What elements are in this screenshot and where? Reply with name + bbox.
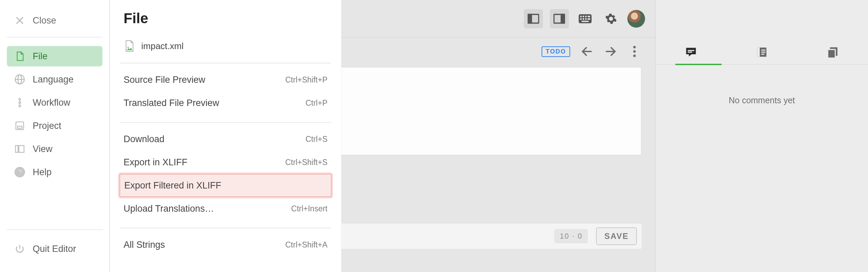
menu-current-file[interactable]: impact.xml [124,37,327,55]
sidebar-divider-bottom [7,229,103,230]
workflow-icon [13,96,27,109]
file-menu-panel: File impact.xml Source File Preview Ctrl… [110,0,341,272]
menu-item-shortcut: Ctrl+P [305,99,327,108]
menu-item-label: Export in XLIFF [124,157,188,168]
menu-item-export-filtered-xliff[interactable]: Export Filtered in XLIFF [119,174,332,197]
menu-title: File [124,10,327,27]
svg-rect-13 [19,146,24,152]
file-icon [13,49,27,63]
svg-rect-43 [761,54,765,55]
keyboard-button[interactable] [576,9,595,28]
sidebar-item-file[interactable]: File [7,46,102,66]
sidebar-quit-label: Quit Editor [33,244,76,254]
menu-item-label: Upload Translations… [124,203,214,214]
sidebar-divider [7,37,102,37]
menu-item-label: Translated File Preview [124,98,219,108]
menu-item-upload-translations[interactable]: Upload Translations… Ctrl+Insert [119,197,332,220]
svg-rect-41 [761,49,766,50]
sidebar-item-label: Language [33,74,74,85]
menu-item-label: Export Filtered in XLIFF [124,180,221,191]
prev-segment-button[interactable] [580,44,594,59]
svg-rect-29 [585,18,586,19]
close-icon [13,14,27,27]
layout-left-panel-button[interactable] [524,9,543,28]
status-badge-todo: TODO [542,46,570,57]
svg-point-36 [633,55,636,57]
settings-button[interactable] [601,9,621,28]
svg-point-7 [19,105,21,107]
menu-divider [120,122,331,123]
menu-item-source-preview[interactable]: Source File Preview Ctrl+Shift+P [119,68,332,91]
tab-comments[interactable] [656,40,726,64]
menu-item-label: All Strings [124,240,165,250]
tab-underline [675,64,722,65]
menu-item-shortcut: Ctrl+Shift+S [285,158,327,167]
menu-item-shortcut: Ctrl+Shift+P [285,75,327,85]
svg-rect-25 [585,16,586,17]
svg-rect-26 [588,16,590,17]
char-counter: 10 · 0 [554,229,588,243]
sidebar-item-view[interactable]: View [7,139,102,159]
menu-divider [120,228,331,228]
sidebar-item-project[interactable]: Project [7,116,102,136]
menu-item-shortcut: Ctrl+Shift+A [285,240,327,250]
menu-item-label: Source File Preview [124,75,205,85]
svg-point-34 [633,46,636,48]
segment-target-box[interactable] [341,67,642,155]
svg-rect-37 [688,50,694,51]
sidebar-close[interactable]: Close [7,10,102,31]
menu-item-all-strings[interactable]: All Strings Ctrl+Shift+A [119,233,332,256]
svg-rect-42 [761,51,766,52]
sidebar: Close File Language Workflow Projec [0,0,110,272]
view-icon [13,142,27,156]
layout-right-panel-button[interactable] [550,9,569,28]
menu-item-translated-preview[interactable]: Translated File Preview Ctrl+P [119,91,332,115]
sidebar-item-quit[interactable]: Quit Editor [7,239,103,259]
svg-point-35 [633,50,636,52]
globe-icon [13,73,27,86]
segment-toolbar: TODO [341,44,655,59]
svg-rect-31 [582,20,589,22]
svg-rect-45 [828,49,835,58]
svg-rect-38 [688,51,692,52]
svg-rect-12 [16,146,18,152]
next-segment-button[interactable] [604,44,618,59]
file-image-icon [124,40,135,52]
topbar [341,0,655,37]
sidebar-item-language[interactable]: Language [7,69,102,90]
menu-item-shortcut: Ctrl+S [305,135,327,144]
svg-rect-23 [580,16,581,17]
tab-tm[interactable] [797,40,868,64]
svg-rect-11 [18,126,22,128]
segment-footer: 10 · 0 SAVE [341,224,642,249]
editor-column: TODO 10 · 0 SAVE [341,0,655,272]
user-avatar[interactable] [627,10,645,28]
sidebar-item-label: View [33,144,52,154]
menu-item-download[interactable]: Download Ctrl+S [119,127,332,151]
svg-point-5 [19,99,21,100]
svg-rect-19 [528,14,531,23]
svg-rect-30 [588,18,590,19]
sidebar-item-label: Project [33,121,61,131]
main-area: TODO 10 · 0 SAVE [341,0,868,272]
sidebar-item-label: File [33,51,48,62]
svg-point-6 [19,102,21,104]
svg-rect-24 [583,16,584,17]
svg-text:?: ? [17,168,22,177]
sidebar-item-workflow[interactable]: Workflow [7,92,102,113]
sidebar-item-help[interactable]: ? Help [7,162,102,182]
svg-rect-27 [580,18,581,19]
comments-empty-state: No comments yet [656,95,868,105]
tab-context[interactable] [726,40,797,64]
sidebar-item-label: Help [33,167,52,178]
menu-item-label: Download [124,134,164,145]
menu-item-export-xliff[interactable]: Export in XLIFF Ctrl+Shift+S [119,151,332,174]
help-icon: ? [13,165,27,179]
svg-rect-21 [561,14,565,23]
svg-rect-28 [583,18,584,19]
menu-item-shortcut: Ctrl+Insert [291,204,327,213]
segment-more-button[interactable] [627,44,642,59]
save-button[interactable]: SAVE [596,227,637,245]
project-icon [13,119,27,133]
menu-divider [120,63,331,63]
